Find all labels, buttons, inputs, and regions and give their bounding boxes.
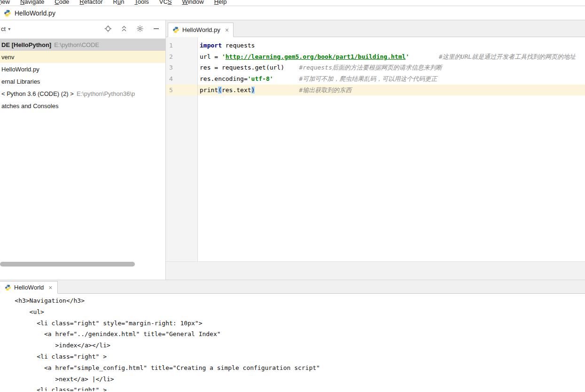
code-text: import requests: [198, 40, 585, 51]
menu-help[interactable]: Help: [209, 0, 232, 6]
settings-icon[interactable]: [136, 25, 144, 32]
collapse-all-icon[interactable]: [120, 25, 128, 32]
run-tab-label: HelloWorld: [14, 284, 44, 291]
project-tree: DE [HelloPython]E:\python\CODEvenvHelloW…: [0, 39, 165, 112]
code-text: print(res.text) #输出获取到的东西: [198, 85, 585, 96]
code-line[interactable]: 5print(res.text) #输出获取到的东西: [166, 85, 585, 96]
menu-tools[interactable]: Tools: [129, 0, 154, 6]
tree-item-label: ernal Libraries: [1, 78, 40, 85]
menu-window[interactable]: Window: [177, 0, 209, 6]
project-view-selector[interactable]: ct ▾: [1, 25, 10, 32]
menu-vcs[interactable]: VCS: [154, 0, 177, 6]
line-number: 4: [166, 73, 198, 85]
chevron-down-icon: ▾: [8, 26, 10, 31]
console-text: <h3>Navigation</h3> <ul> <li class="righ…: [0, 295, 585, 391]
project-toolbar-icons: [104, 25, 165, 32]
tree-item-label: atches and Consoles: [1, 102, 58, 110]
code-text: url = 'http://learning.gem5.org/book/par…: [198, 51, 585, 63]
project-tree-panel: DE [HelloPython]E:\python\CODEvenvHelloW…: [0, 37, 166, 280]
tree-item[interactable]: < Python 3.6 (CODE) (2) >E:\python\Pytho…: [0, 87, 165, 100]
tree-item-label: < Python 3.6 (CODE) (2) >: [1, 90, 74, 97]
menu-navigate[interactable]: Navigate: [15, 0, 49, 6]
menu-run[interactable]: Run: [108, 0, 130, 6]
project-view-label: ct: [1, 25, 6, 32]
editor-tab-bar: HelloWorld.py ×: [166, 20, 585, 37]
tree-item[interactable]: ernal Libraries: [0, 75, 165, 87]
menu-bar: ViewNavigateCodeRefactorRunToolsVCSWindo…: [0, 0, 585, 6]
tree-item-path: E:\python\CODE: [54, 41, 99, 48]
code-text: res = requests.get(url) #requests后面的方法要根…: [198, 62, 585, 73]
code-editor[interactable]: 1import requests2url = 'http://learning.…: [166, 37, 585, 261]
close-icon[interactable]: ×: [225, 27, 229, 33]
editor-zone: 1import requests2url = 'http://learning.…: [166, 37, 585, 280]
tree-item[interactable]: DE [HelloPython]E:\python\CODE: [0, 39, 165, 51]
run-tab-helloworld[interactable]: HelloWorld ×: [0, 281, 58, 294]
locate-icon[interactable]: [104, 25, 112, 32]
tree-item-label: DE [HelloPython]: [1, 41, 51, 48]
line-number: 1: [166, 40, 198, 51]
breadcrumb-bar: HelloWorld.py: [0, 6, 585, 20]
breadcrumb-filename: HelloWorld.py: [15, 9, 55, 17]
python-icon: [5, 284, 11, 291]
close-icon[interactable]: ×: [48, 284, 52, 291]
python-icon: [4, 9, 11, 17]
tree-item-path: E:\python\Python36\p: [77, 90, 135, 97]
editor-tab-label: HelloWorld.py: [182, 26, 220, 33]
code-line[interactable]: 1import requests: [166, 40, 585, 51]
editor-tab-helloworld[interactable]: HelloWorld.py ×: [168, 23, 234, 37]
run-console-output[interactable]: <h3>Navigation</h3> <ul> <li class="righ…: [0, 294, 585, 391]
code-lines: 1import requests2url = 'http://learning.…: [166, 40, 585, 95]
run-toolwindow: HelloWorld × <h3>Navigation</h3> <ul> <l…: [0, 280, 585, 391]
line-number: 3: [166, 62, 198, 73]
editor-bottom-strip: [166, 261, 585, 280]
code-text: res.encoding='utf-8' #可加可不加，爬虫结果乱码，可以用这个…: [198, 73, 585, 85]
run-tab-bar: HelloWorld ×: [0, 280, 585, 294]
python-icon: [172, 26, 179, 33]
tree-item[interactable]: venv: [0, 51, 165, 63]
code-line[interactable]: 4res.encoding='utf-8' #可加可不加，爬虫结果乱码，可以用这…: [166, 73, 585, 85]
tree-item-label: HelloWorld.py: [1, 66, 39, 73]
line-number: 2: [166, 51, 198, 63]
horizontal-scrollbar[interactable]: [0, 262, 135, 267]
hide-toolwindow-icon[interactable]: [152, 25, 160, 32]
code-line[interactable]: 2url = 'http://learning.gem5.org/book/pa…: [166, 51, 585, 63]
tree-item[interactable]: atches and Consoles: [0, 100, 165, 112]
tree-item[interactable]: HelloWorld.py: [0, 63, 165, 75]
menu-refactor[interactable]: Refactor: [74, 0, 108, 6]
tree-item-label: venv: [1, 54, 14, 61]
menu-code[interactable]: Code: [49, 0, 74, 6]
project-toolwindow-header: ct ▾: [0, 20, 166, 37]
menu-view[interactable]: View: [0, 0, 15, 6]
code-line[interactable]: 3res = requests.get(url) #requests后面的方法要…: [166, 62, 585, 73]
line-number: 5: [166, 85, 198, 96]
